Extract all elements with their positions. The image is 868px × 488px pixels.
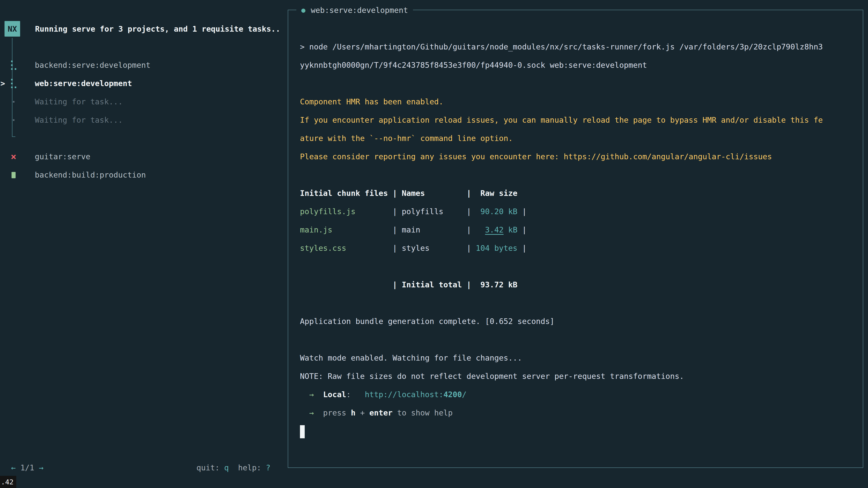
terminal-line-0: > node /Users/mhartington/Github/guitars…	[300, 38, 851, 56]
terminal-text-segment: |	[518, 225, 527, 234]
sidebar-task-backend-build-production[interactable]: backend:build:production	[0, 166, 288, 184]
dot-glyph	[13, 119, 14, 121]
terminal-text-segment: ature with the `--no-hmr` command line o…	[300, 134, 513, 143]
terminal-line-12	[300, 257, 851, 275]
terminal-line-9: polyfills.js | polyfills | 90.20 kB |	[300, 202, 851, 221]
github-issues-link[interactable]: https://github.com/angular/angular-cli/i…	[564, 152, 772, 161]
localhost-link-port[interactable]: 4200	[443, 390, 462, 399]
square-icon	[9, 166, 18, 184]
pager-prev-icon[interactable]: ←	[11, 463, 16, 472]
dot-icon	[9, 111, 18, 129]
terminal-text-segment	[351, 390, 365, 399]
task-label: Waiting for task...	[35, 93, 123, 111]
cross-icon: ×	[9, 148, 18, 166]
quit-key[interactable]: q	[224, 463, 229, 472]
terminal-line-18: NOTE: Raw file sizes do not reflect deve…	[300, 367, 851, 385]
task-label: guitar:serve	[35, 148, 90, 166]
terminal-line-14	[300, 294, 851, 312]
terminal-text-segment: Component HMR has been enabled.	[300, 97, 443, 106]
terminal-output: > node /Users/mhartington/Github/guitars…	[300, 38, 851, 440]
terminal-text-segment: 3.42	[485, 225, 504, 234]
terminal-text-segment: 90.20 kB	[471, 207, 518, 216]
spinner-dots-glyph	[11, 61, 16, 70]
terminal-line-15: Application bundle generation complete. …	[300, 312, 851, 330]
task-output-panel: ● web:serve:development > node /Users/mh…	[288, 10, 863, 468]
dot-icon	[9, 93, 18, 111]
terminal-text-segment: yyknnbtgh0000gn/T/9f4c243785f8453e3f00/f…	[300, 61, 647, 70]
task-label: Waiting for task...	[35, 111, 123, 129]
localhost-link-slash[interactable]: /	[462, 390, 467, 399]
terminal-text-segment: > node /Users/mhartington/Github/guitars…	[300, 42, 823, 51]
terminal-line-17: Watch mode enabled. Watching for file ch…	[300, 349, 851, 367]
terminal-text-segment: | polyfills |	[355, 207, 471, 216]
terminal-text-segment: →	[300, 408, 314, 417]
keyboard-hints: quit: q help: ?	[196, 459, 271, 477]
task-label: backend:serve:development	[35, 56, 151, 74]
task-label: backend:build:production	[35, 166, 146, 184]
dot-glyph	[13, 101, 14, 103]
terminal-text-segment: Please consider reporting any issues you…	[300, 152, 564, 161]
terminal-text-segment: Initial chunk files | Names | Raw size	[300, 189, 518, 198]
help-key[interactable]: ?	[266, 463, 270, 472]
selected-task-caret-icon: >	[0, 74, 5, 93]
terminal-text-segment: +	[355, 408, 369, 417]
terminal-text-segment: |	[518, 207, 527, 216]
sidebar-task-waiting-for-task[interactable]: Waiting for task...	[0, 111, 288, 129]
terminal-text-segment: |	[518, 243, 527, 253]
terminal-text-segment: →	[300, 390, 314, 399]
terminal-line-13: | Initial total | 93.72 kB	[300, 275, 851, 294]
terminal-line-3: Component HMR has been enabled.	[300, 93, 851, 111]
terminal-text-segment: Watch mode enabled. Watching for file ch…	[300, 353, 522, 362]
spinner-dots-icon	[9, 56, 18, 74]
panel-title-text: web:serve:development	[311, 6, 408, 15]
terminal-line-7	[300, 166, 851, 184]
terminal-line-2	[300, 74, 851, 93]
terminal-line-20: → press h + enter to show help	[300, 404, 851, 422]
terminal-line-19: → Local: http://localhost:4200/	[300, 385, 851, 404]
terminal-line-8: Initial chunk files | Names | Raw size	[300, 184, 851, 202]
panel-title: ● web:serve:development	[296, 1, 413, 19]
terminal-text-segment: 104 bytes	[471, 243, 518, 253]
sidebar-task-waiting-for-task[interactable]: Waiting for task...	[0, 93, 288, 111]
sidebar-task-web-serve-development[interactable]: >web:serve:development	[0, 74, 288, 93]
task-label: web:serve:development	[35, 74, 132, 93]
terminal-line-1: yyknnbtgh0000gn/T/9f4c243785f8453e3f00/f…	[300, 56, 851, 74]
square-glyph	[11, 172, 16, 178]
run-summary-title: Running serve for 3 projects, and 1 requ…	[35, 24, 280, 33]
terminal-line-5: ature with the `--no-hmr` command line o…	[300, 129, 851, 148]
spinner-dots-icon	[9, 74, 18, 93]
terminal-text-segment: | main |	[332, 225, 471, 234]
sidebar-task-guitar-serve[interactable]: ×guitar:serve	[0, 148, 288, 166]
pager: ← 1/1 →	[11, 459, 43, 477]
terminal-text-segment: If you encounter application reload issu…	[300, 116, 823, 125]
task-list-sidebar: NX Running serve for 3 projects, and 1 r…	[0, 0, 288, 488]
running-status-dot-icon: ●	[301, 6, 305, 14]
nx-logo-badge: NX	[4, 21, 20, 37]
terminal-text-segment: enter	[369, 408, 393, 417]
terminal-text-segment: | Initial total | 93.72 kB	[300, 280, 518, 289]
spinner-dots-glyph	[11, 79, 16, 88]
zoom-level-overlay: .42	[0, 476, 16, 488]
pager-label: 1/1	[20, 463, 34, 472]
terminal-text-segment: polyfills.js	[300, 207, 355, 216]
terminal-text-segment: | styles |	[346, 243, 471, 253]
terminal-text-segment: main.js	[300, 225, 332, 234]
terminal-text-segment: kB	[504, 225, 518, 234]
terminal-line-6: Please consider reporting any issues you…	[300, 148, 851, 166]
pager-next-icon[interactable]: →	[39, 463, 43, 472]
cross-glyph: ×	[11, 152, 16, 162]
terminal-text-segment: :	[346, 390, 351, 399]
terminal-line-10: main.js | main | 3.42 kB |	[300, 221, 851, 239]
sidebar-task-backend-serve-development[interactable]: backend:serve:development	[0, 56, 288, 74]
quit-hint-label: quit:	[196, 463, 224, 472]
terminal-text-segment: to show help	[393, 408, 453, 417]
terminal-text-segment: Application bundle generation complete. …	[300, 317, 555, 326]
terminal-text-segment: Local	[323, 390, 346, 399]
terminal-text-segment: NOTE: Raw file sizes do not reflect deve…	[300, 372, 684, 381]
sidebar-header: NX Running serve for 3 projects, and 1 r…	[4, 21, 280, 37]
localhost-link[interactable]: http://localhost:	[365, 390, 443, 399]
terminal-text-segment: press	[314, 408, 351, 417]
terminal-text-segment: h	[351, 408, 355, 417]
terminal-text-segment	[471, 225, 485, 234]
terminal-line-11: styles.css | styles | 104 bytes |	[300, 239, 851, 257]
